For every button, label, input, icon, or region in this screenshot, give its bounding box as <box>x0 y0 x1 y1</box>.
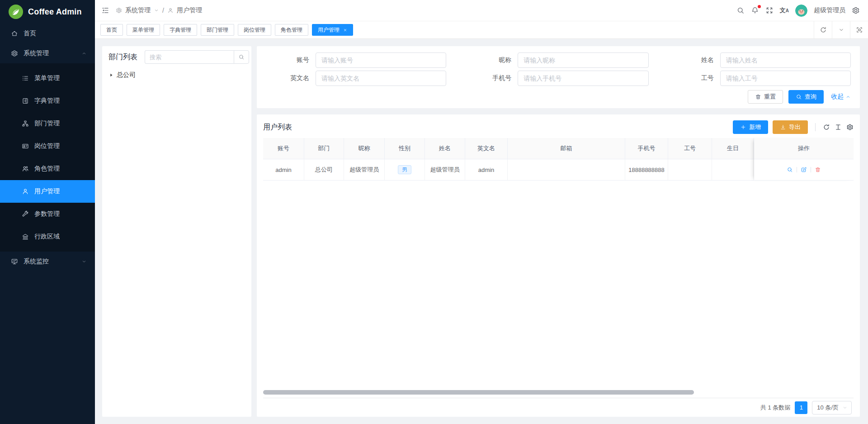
tree-node-root[interactable]: 总公司 <box>108 69 245 81</box>
sidebar-item-system[interactable]: 系统管理 <box>0 43 95 63</box>
refresh-tab-icon[interactable] <box>814 21 832 38</box>
tab-home[interactable]: 首页 <box>100 24 123 36</box>
breadcrumb-root[interactable]: 系统管理 <box>125 6 151 14</box>
settings-gear-icon[interactable] <box>852 6 860 14</box>
sidebar-item-dict-mgmt[interactable]: 字典管理 <box>0 90 95 112</box>
org-tree-icon <box>22 120 29 127</box>
search-icon[interactable] <box>736 6 745 14</box>
en-name-input[interactable] <box>316 71 446 86</box>
cell-job-no <box>668 159 712 181</box>
row-height-icon[interactable] <box>835 124 842 131</box>
field-label-job-no: 工号 <box>670 74 720 82</box>
chevron-up-icon <box>845 94 851 100</box>
tab-menu-chevron-icon[interactable] <box>832 21 850 38</box>
user-icon <box>22 188 29 195</box>
department-search-input[interactable] <box>145 50 234 64</box>
sidebar-item-label: 角色管理 <box>34 165 60 173</box>
department-search-button[interactable] <box>234 50 249 64</box>
sidebar-item-label: 行政区域 <box>34 233 60 241</box>
download-icon <box>780 124 786 130</box>
edit-row-icon[interactable] <box>801 167 807 173</box>
nickname-input[interactable] <box>518 52 648 68</box>
app-logo: Coffee Admin <box>0 0 95 24</box>
search-button[interactable]: 查询 <box>788 90 824 104</box>
add-button[interactable]: 新增 <box>733 120 768 134</box>
column-settings-gear-icon[interactable] <box>846 124 854 131</box>
breadcrumb: 系统管理 / 用户管理 <box>116 6 202 14</box>
sidebar-item-dept-mgmt[interactable]: 部门管理 <box>0 112 95 135</box>
field-label-phone: 手机号 <box>468 74 518 82</box>
sidebar-item-param-mgmt[interactable]: 参数管理 <box>0 203 95 225</box>
tab-dept-mgmt[interactable]: 部门管理 <box>201 24 234 36</box>
close-icon[interactable] <box>343 28 347 32</box>
job-no-input[interactable] <box>720 71 851 86</box>
user-table: 账号 部门 昵称 性别 姓名 英文名 邮箱 手机号 工号 生日 admin 总公… <box>263 138 854 181</box>
tab-menu-mgmt[interactable]: 菜单管理 <box>127 24 160 36</box>
sidebar-item-role-mgmt[interactable]: 角色管理 <box>0 157 95 180</box>
tab-post-mgmt[interactable]: 岗位管理 <box>238 24 271 36</box>
account-input[interactable] <box>316 52 446 68</box>
tree-node-label: 总公司 <box>117 71 136 79</box>
column-header: 昵称 <box>344 138 385 159</box>
sidebar-item-home[interactable]: 首页 <box>0 24 95 43</box>
column-header: 邮箱 <box>508 138 625 159</box>
tab-role-mgmt[interactable]: 角色管理 <box>275 24 308 36</box>
sidebar-item-user-mgmt[interactable]: 用户管理 <box>0 180 95 203</box>
gear-icon <box>116 7 122 14</box>
field-label-nickname: 昵称 <box>468 56 518 64</box>
sidebar-item-label: 首页 <box>24 29 36 38</box>
cell-birthday <box>712 159 754 181</box>
tab-bar: 首页 菜单管理 字典管理 部门管理 岗位管理 角色管理 用户管理 <box>95 21 868 39</box>
gender-tag: 男 <box>398 165 411 174</box>
sidebar-item-post-mgmt[interactable]: 岗位管理 <box>0 135 95 157</box>
page-size-select[interactable]: 10 条/页 <box>812 401 852 414</box>
cell-gender: 男 <box>385 159 425 181</box>
collapse-menu-icon[interactable] <box>101 6 109 14</box>
chevron-down-icon <box>842 405 848 410</box>
tab-user-mgmt[interactable]: 用户管理 <box>312 24 353 36</box>
collapse-filter-link[interactable]: 收起 <box>831 93 851 101</box>
content-area: 部门列表 总公司 账号 <box>95 39 868 424</box>
phone-input[interactable] <box>518 71 648 86</box>
breadcrumb-separator: / <box>162 7 164 14</box>
name-input[interactable] <box>720 52 851 68</box>
search-icon <box>796 94 802 100</box>
refresh-table-icon[interactable] <box>823 124 830 131</box>
notification-bell-icon[interactable] <box>751 6 759 14</box>
sidebar-item-label: 菜单管理 <box>34 74 60 82</box>
fullscreen-icon[interactable] <box>765 6 774 14</box>
column-header: 姓名 <box>425 138 465 159</box>
maximize-content-icon[interactable] <box>850 21 868 38</box>
column-header: 手机号 <box>625 138 668 159</box>
chevron-up-icon <box>81 51 87 56</box>
sidebar-item-label: 用户管理 <box>34 187 60 195</box>
language-switch-icon[interactable]: 文A <box>780 6 789 14</box>
app-title: Coffee Admin <box>28 7 82 17</box>
page-button-1[interactable]: 1 <box>795 401 807 414</box>
cell-email <box>508 159 625 181</box>
sidebar-item-label: 部门管理 <box>34 119 60 128</box>
avatar[interactable] <box>795 5 807 17</box>
horizontal-scrollbar-thumb[interactable] <box>263 390 694 395</box>
current-username[interactable]: 超级管理员 <box>814 6 845 14</box>
delete-row-icon[interactable] <box>815 167 821 173</box>
tab-dict-mgmt[interactable]: 字典管理 <box>164 24 197 36</box>
department-panel-title: 部门列表 <box>108 52 137 62</box>
person-icon <box>167 7 174 14</box>
total-count: 共 1 条数据 <box>760 404 790 412</box>
chevron-down-icon <box>81 259 87 264</box>
reset-button[interactable]: 重置 <box>748 90 783 104</box>
view-row-icon[interactable] <box>787 167 793 173</box>
sidebar-item-menu-mgmt[interactable]: 菜单管理 <box>0 67 95 90</box>
sidebar-item-region[interactable]: 行政区域 <box>0 225 95 248</box>
sidebar: Coffee Admin 首页 系统管理 菜单管理 字典管理 部门管理 岗位管理… <box>0 0 95 424</box>
trash-icon <box>755 94 761 100</box>
chevron-down-icon <box>154 8 159 13</box>
top-header: 系统管理 / 用户管理 文A 超级管理员 <box>95 0 868 21</box>
roles-icon <box>22 165 29 172</box>
column-header: 账号 <box>263 138 304 159</box>
sidebar-item-label: 字典管理 <box>34 97 60 105</box>
caret-right-icon[interactable] <box>108 72 114 78</box>
sidebar-item-monitor[interactable]: 系统监控 <box>0 252 95 272</box>
export-button[interactable]: 导出 <box>773 120 808 134</box>
